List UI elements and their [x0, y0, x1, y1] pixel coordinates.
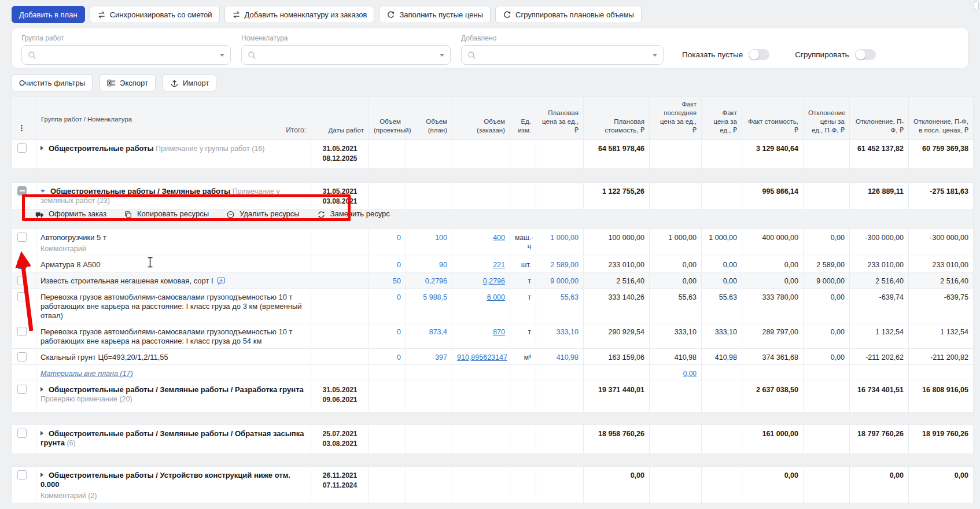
spacer-row [12, 454, 974, 467]
vol-ordered-cell[interactable]: 910,895623147 [452, 349, 510, 365]
fact-last-price-cell[interactable]: 0,00 [650, 365, 702, 381]
sync-with-estimate-button[interactable]: Синхронизировать со сметой [90, 6, 220, 23]
plan-price-cell[interactable]: 9 000,00 [536, 272, 584, 289]
row-checkbox[interactable] [17, 276, 27, 285]
out-of-plan-materials-link[interactable]: Материалы вне плана (17) [40, 370, 133, 378]
vol-proj-cell[interactable]: 0 [369, 229, 406, 256]
fact-last-price-cell: 1 000,00 [650, 229, 702, 256]
dev-pf-cell: 1 132,54 [850, 323, 909, 349]
import-button[interactable]: Импорт [163, 74, 216, 91]
dev-last-cell: 1 132,54 [909, 323, 974, 349]
vol-plan-cell[interactable]: 397 [406, 349, 452, 365]
expand-arrow-icon[interactable] [40, 146, 43, 150]
sync-icon [232, 10, 241, 19]
row-checkbox[interactable] [17, 186, 27, 196]
plan-price-cell[interactable]: 2 589,00 [536, 256, 584, 272]
add-to-plan-button[interactable]: Добавить в план [12, 6, 85, 23]
vol-ordered-cell[interactable]: 0,2796 [452, 272, 510, 289]
vol-plan-cell[interactable]: 5 988,5 [406, 289, 452, 323]
fact-last-price-cell [650, 183, 702, 209]
expand-arrow-icon[interactable] [40, 473, 43, 477]
dev-price-cell [804, 425, 850, 454]
truck-action-button[interactable]: Оформить заказ [35, 209, 106, 219]
vol-plan-cell [406, 467, 452, 503]
resource-row: Известь строительная негашеная комовая, … [12, 272, 974, 289]
vol-proj-cell[interactable]: 0 [369, 289, 406, 323]
plan-cost-cell: 19 371 440,01 [584, 381, 650, 412]
resource-name: Известь строительная негашеная комовая, … [40, 276, 213, 285]
dev-pf-cell: 0,00 [850, 467, 909, 503]
plan-price-cell[interactable]: 1 000,00 [536, 229, 584, 256]
vol-ordered-cell[interactable]: 6 000 [452, 289, 510, 323]
collapse-arrow-icon[interactable] [40, 190, 45, 193]
add-nomenclature-button[interactable]: Добавить номенклатуру из заказов [224, 6, 375, 23]
show-empty-toggle[interactable] [749, 49, 769, 60]
column-header: Факт стоимость, ₽ [742, 97, 804, 140]
plan-price-cell [536, 467, 584, 503]
row-comment[interactable]: Комментарий (2) [40, 491, 305, 500]
plan-cost-cell: 64 581 978,46 [584, 140, 650, 169]
work-group-filter-select[interactable] [21, 45, 231, 65]
context-actions-bar: Оформить заказКопировать ресурсыУдалить … [12, 209, 973, 219]
swap-action-button[interactable]: Заменить ресурс [317, 209, 390, 219]
copy-action-button[interactable]: Копировать ресурсы [124, 209, 209, 219]
expand-arrow-icon[interactable] [40, 431, 43, 436]
fill-empty-prices-button[interactable]: Заполнить пустые цены [379, 6, 491, 23]
column-header: Объем (план) [406, 97, 452, 140]
plan-cost-cell: 163 159,06 [584, 349, 650, 365]
expand-arrow-icon[interactable] [40, 387, 43, 392]
row-checkbox[interactable] [17, 429, 27, 438]
unit-cell: т [510, 289, 536, 323]
vol-plan-cell[interactable]: 100 [406, 229, 452, 256]
plan-price-cell[interactable]: 410,98 [536, 349, 584, 365]
work-dates [311, 256, 369, 272]
row-checkbox[interactable] [17, 292, 27, 301]
vol-ordered-cell[interactable]: 221 [452, 256, 510, 272]
vol-plan-cell[interactable]: 873,4 [406, 323, 452, 349]
added-filter-label: Добавлено [461, 34, 664, 42]
group-row: Общестроительные работы / Устройство кон… [12, 467, 974, 503]
work-dates: 31.05.202103.08.2021 [311, 183, 369, 209]
chevron-down-icon [440, 54, 444, 57]
unit-cell [510, 183, 536, 209]
plan-price-cell[interactable]: 55,63 [536, 289, 584, 323]
group-toggle[interactable] [855, 49, 876, 60]
scrollbar-thumb[interactable] [974, 1, 979, 10]
row-checkbox[interactable] [17, 260, 27, 269]
dots-menu-icon[interactable] [17, 124, 26, 132]
clear-filters-button[interactable]: Очистить фильтры [12, 74, 93, 91]
plan-price-cell[interactable]: 333,10 [536, 323, 584, 349]
vol-proj-cell[interactable]: 0 [369, 256, 406, 272]
row-checkbox[interactable] [17, 143, 27, 153]
vol-proj-cell[interactable]: 0 [369, 349, 406, 365]
row-checkbox[interactable] [17, 352, 27, 362]
row-checkbox[interactable] [17, 470, 27, 480]
export-button[interactable]: Экспорт [100, 74, 156, 91]
row-checkbox[interactable] [17, 233, 27, 242]
vol-ordered-cell [452, 381, 510, 412]
added-filter-select[interactable] [461, 45, 664, 65]
fact-cost-cell [742, 365, 804, 381]
unit-cell [510, 467, 536, 503]
dev-pf-cell: -300 000,00 [850, 229, 909, 256]
dev-last-cell: 60 759 369,38 [909, 140, 974, 169]
vol-plan-cell[interactable]: 0,2796 [406, 272, 452, 289]
vol-ordered-cell[interactable]: 400 [452, 229, 510, 256]
resource-name: Скальный грунт Цб=493,20/1,2/11,55 [40, 353, 168, 362]
minus-circle-action-button[interactable]: Удалить ресурсы [226, 209, 300, 219]
nomenclature-filter-select[interactable] [241, 45, 451, 65]
row-checkbox[interactable] [17, 327, 27, 336]
vol-proj-cell[interactable]: 0 [369, 323, 406, 349]
row-checkbox[interactable] [17, 385, 27, 394]
row-comment[interactable]: Комментарий [40, 244, 305, 253]
spacer-row [12, 412, 974, 425]
vol-plan-cell[interactable]: 90 [406, 256, 452, 272]
vol-ordered-cell[interactable]: 870 [452, 323, 510, 349]
fact-last-price-cell [650, 140, 702, 169]
vol-proj-cell[interactable]: 50 [369, 272, 406, 289]
unit-cell [510, 140, 536, 169]
comment-add-icon[interactable] [217, 276, 227, 286]
group-plan-volumes-button[interactable]: Сгруппировать плановые объемы [495, 6, 642, 23]
column-header: Даты работ [311, 97, 369, 140]
dev-pf-cell: 61 452 137,82 [850, 140, 909, 169]
